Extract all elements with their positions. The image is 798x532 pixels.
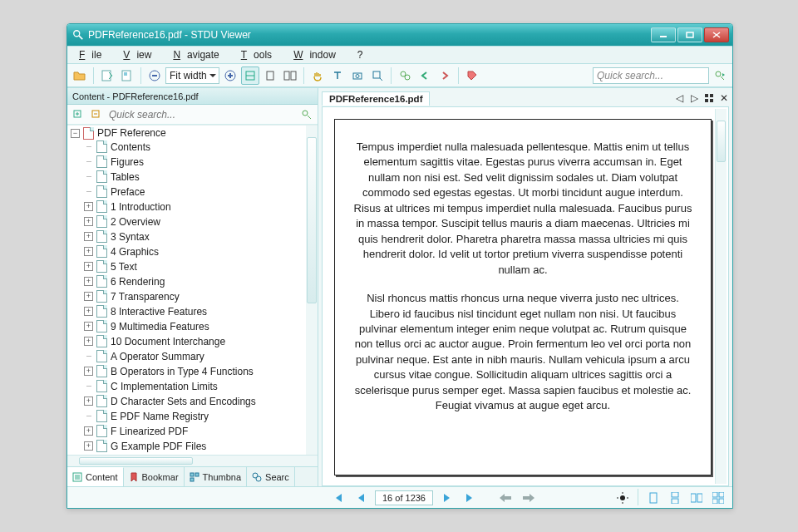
quick-search-go-button[interactable]: [711, 66, 729, 85]
tree-hscrollbar[interactable]: [67, 455, 318, 466]
fit-page-button[interactable]: [261, 66, 279, 85]
expand-icon[interactable]: +: [84, 232, 93, 241]
expand-icon[interactable]: +: [84, 397, 93, 406]
tree-item-label[interactable]: Contents: [111, 141, 150, 153]
tree-item[interactable]: +B Operators in Type 4 Functions: [84, 364, 318, 379]
tree-item-label[interactable]: D Character Sets and Encodings: [111, 396, 256, 407]
expand-icon[interactable]: +: [84, 322, 93, 331]
expand-icon[interactable]: +: [84, 262, 93, 271]
next-tab-icon[interactable]: ▷: [689, 93, 699, 103]
menu-file[interactable]: File: [72, 47, 115, 62]
tree-item[interactable]: E PDF Name Registry: [84, 409, 318, 424]
expand-icon[interactable]: +: [84, 441, 93, 451]
menu-window[interactable]: Window: [287, 47, 349, 62]
tree-item-label[interactable]: 3 Syntax: [111, 231, 150, 243]
tree-item-label[interactable]: 6 Rendering: [111, 276, 165, 288]
doc-scrollbar[interactable]: [715, 109, 727, 484]
titlebar[interactable]: PDFReference16.pdf - STDU Viewer: [67, 24, 732, 46]
tree-item-label[interactable]: F Linearized PDF: [111, 426, 188, 437]
content-search-go-button[interactable]: [299, 107, 314, 122]
expand-icon[interactable]: +: [84, 337, 93, 346]
tree-item-label[interactable]: 7 Transparency: [111, 291, 180, 303]
find-button[interactable]: [396, 66, 414, 85]
tree-item[interactable]: +5 Text: [84, 259, 318, 274]
tree-item[interactable]: Figures: [84, 155, 318, 170]
tree-item-label[interactable]: 9 Multimedia Features: [111, 321, 209, 332]
page-number-display[interactable]: 16 of 1236: [375, 490, 433, 505]
expand-icon[interactable]: +: [84, 247, 93, 256]
tab-content[interactable]: Content: [67, 467, 124, 486]
zoom-out-button[interactable]: [145, 66, 164, 85]
tree-item[interactable]: +4 Graphics: [84, 244, 318, 259]
menu-navigate[interactable]: Navigate: [166, 47, 232, 62]
hand-tool-button[interactable]: [308, 66, 327, 85]
tab-grid-icon[interactable]: [704, 93, 714, 103]
close-tab-icon[interactable]: ✕: [719, 93, 729, 103]
nav-back-button[interactable]: [496, 489, 515, 507]
tree-scrollbar[interactable]: [306, 126, 318, 455]
collapse-all-button[interactable]: [89, 107, 104, 122]
tag-button[interactable]: [463, 66, 481, 85]
tree-item[interactable]: +1 Introduction: [84, 200, 318, 214]
tab-search[interactable]: Searc: [247, 467, 295, 486]
tree-item-label[interactable]: 1 Introduction: [111, 201, 171, 213]
find-next-button[interactable]: [436, 66, 454, 85]
tree-item-label[interactable]: C Implementation Limits: [111, 381, 218, 392]
expand-icon[interactable]: +: [84, 367, 93, 376]
tree-item-label[interactable]: 5 Text: [111, 261, 137, 273]
minimize-button[interactable]: [651, 27, 676, 42]
tree-item-label[interactable]: Tables: [111, 171, 140, 183]
tree-item[interactable]: A Operator Summary: [84, 349, 318, 364]
tab-bookmark[interactable]: Bookmar: [124, 467, 185, 486]
continuous-facing-view-button[interactable]: [709, 489, 727, 507]
collapse-icon[interactable]: −: [71, 129, 80, 138]
fit-width-button[interactable]: [241, 66, 259, 85]
tree-root-label[interactable]: PDF Reference: [97, 127, 166, 139]
tree-item[interactable]: +8 Interactive Features: [84, 304, 318, 319]
brightness-button[interactable]: [613, 489, 632, 507]
expand-icon[interactable]: +: [84, 307, 93, 316]
single-page-view-button[interactable]: [644, 489, 663, 507]
expand-icon[interactable]: +: [84, 202, 93, 211]
tab-thumbnail[interactable]: Thumbna: [185, 467, 247, 486]
two-page-button[interactable]: [281, 66, 299, 85]
tree-item[interactable]: +D Character Sets and Encodings: [84, 394, 318, 409]
tree-item-label[interactable]: 10 Document Interchange: [111, 336, 225, 347]
tree-item-label[interactable]: A Operator Summary: [111, 351, 204, 362]
prev-tab-icon[interactable]: ◁: [674, 93, 684, 103]
tree-item[interactable]: Contents: [84, 140, 318, 155]
tree-item[interactable]: +6 Rendering: [84, 274, 318, 289]
tree-item-label[interactable]: G Example PDF Files: [111, 441, 206, 452]
tree-item[interactable]: +9 Multimedia Features: [84, 319, 318, 334]
document-view[interactable]: Tempus imperdiet nulla malesuada pellent…: [322, 106, 729, 486]
find-prev-button[interactable]: [416, 66, 434, 85]
menu-tools[interactable]: Tools: [234, 47, 285, 62]
nav-fwd-button[interactable]: [520, 489, 538, 507]
tree-item[interactable]: +7 Transparency: [84, 289, 318, 304]
tree-item[interactable]: Preface: [84, 185, 318, 200]
maximize-button[interactable]: [677, 27, 702, 42]
tree-item-label[interactable]: B Operators in Type 4 Functions: [111, 366, 254, 377]
tree-item[interactable]: +G Example PDF Files: [84, 439, 318, 454]
tree-item-label[interactable]: Figures: [111, 156, 144, 168]
first-page-button[interactable]: [328, 489, 347, 507]
quick-search-input[interactable]: Quick search...: [593, 67, 709, 84]
zoom-region-button[interactable]: [368, 66, 387, 85]
expand-icon[interactable]: +: [84, 426, 93, 436]
continuous-view-button[interactable]: [666, 489, 684, 507]
next-page-button[interactable]: [438, 489, 456, 507]
export-text-button[interactable]: [98, 66, 116, 85]
content-search-input[interactable]: [107, 107, 296, 122]
tree-item[interactable]: +2 Overview: [84, 214, 318, 229]
content-tree[interactable]: −PDF Reference ContentsFiguresTablesPref…: [67, 125, 318, 455]
tree-item-label[interactable]: 2 Overview: [111, 216, 160, 228]
export-image-button[interactable]: [118, 66, 136, 85]
menu-view[interactable]: View: [116, 47, 165, 62]
expand-all-button[interactable]: [71, 107, 86, 122]
tree-item[interactable]: C Implementation Limits: [84, 379, 318, 394]
expand-icon[interactable]: +: [84, 277, 93, 286]
close-button[interactable]: [704, 27, 729, 42]
tree-item-label[interactable]: E PDF Name Registry: [111, 411, 209, 422]
menu-help[interactable]: ?: [351, 47, 370, 62]
facing-view-button[interactable]: [687, 489, 706, 507]
